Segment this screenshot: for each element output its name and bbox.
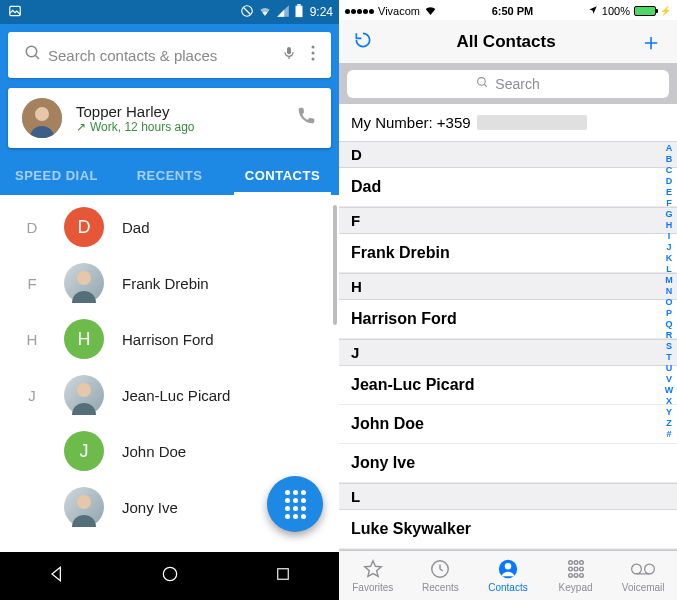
svg-point-7	[312, 52, 315, 55]
scrollbar-thumb[interactable]	[333, 205, 337, 325]
dialpad-fab[interactable]	[267, 476, 323, 532]
android-nav-bar	[0, 552, 339, 600]
tab-recents[interactable]: RECENTS	[113, 156, 226, 195]
contact-row[interactable]: JJohn Doe	[0, 423, 339, 479]
svg-point-6	[312, 46, 315, 49]
index-letter[interactable]: F	[666, 198, 672, 208]
svg-rect-2	[295, 5, 302, 16]
index-letter[interactable]: T	[666, 352, 672, 362]
section-header: D	[339, 141, 677, 168]
index-letter[interactable]: X	[666, 396, 672, 406]
contact-avatar	[64, 375, 104, 415]
index-letter[interactable]: P	[666, 308, 672, 318]
location-icon	[588, 5, 598, 17]
index-letter[interactable]: U	[666, 363, 673, 373]
contact-row[interactable]: Luke Skywalker	[339, 510, 677, 549]
contact-name: Jony Ive	[122, 499, 178, 516]
index-letter[interactable]: I	[668, 231, 671, 241]
person-icon	[497, 558, 519, 580]
index-letter[interactable]: A	[666, 143, 673, 153]
contact-row[interactable]: JJean-Luc Picard	[0, 367, 339, 423]
add-button[interactable]: ＋	[639, 30, 663, 54]
keypad-icon	[565, 558, 587, 580]
svg-point-22	[579, 561, 583, 565]
voicemail-icon	[630, 558, 656, 580]
index-letter[interactable]: V	[666, 374, 672, 384]
alpha-index[interactable]: ABCDEFGHIJKLMNOPQRSTUVWXYZ#	[662, 141, 676, 550]
home-button[interactable]	[160, 564, 180, 588]
search-icon	[476, 76, 489, 92]
svg-point-30	[645, 564, 655, 574]
android-pane: 9:24 Topper Harley ↗ Work, 12 hour	[0, 0, 339, 600]
section-header: J	[339, 339, 677, 366]
more-icon[interactable]	[311, 45, 315, 65]
index-letter[interactable]: E	[666, 187, 672, 197]
my-number-row[interactable]: My Number: +359	[339, 104, 677, 141]
ios-status-bar: Vivacom 6:50 PM 100% ⚡	[339, 0, 677, 20]
contact-row[interactable]: FFrank Drebin	[0, 255, 339, 311]
index-letter[interactable]: N	[666, 286, 673, 296]
svg-point-8	[312, 58, 315, 61]
contact-row[interactable]: Jean-Luc Picard	[339, 366, 677, 405]
tab-voicemail[interactable]: Voicemail	[609, 551, 677, 600]
tab-row: SPEED DIAL RECENTS CONTACTS	[0, 156, 339, 195]
svg-point-29	[632, 564, 642, 574]
contact-avatar	[64, 487, 104, 527]
ios-contact-list[interactable]: DDadFFrank DrebinHHarrison FordJJean-Luc…	[339, 141, 677, 550]
search-icon	[24, 44, 42, 66]
index-letter[interactable]: D	[666, 176, 673, 186]
ios-tab-bar: Favorites Recents Contacts Keypad Voicem…	[339, 550, 677, 600]
tab-contacts[interactable]: Contacts	[474, 551, 542, 600]
search-input[interactable]	[48, 47, 275, 64]
index-letter[interactable]: W	[665, 385, 674, 395]
android-header: Topper Harley ↗ Work, 12 hours ago	[0, 24, 339, 156]
index-letter[interactable]: H	[666, 220, 673, 230]
svg-point-4	[26, 46, 37, 57]
contact-row[interactable]: John Doe	[339, 405, 677, 444]
section-letter: D	[0, 219, 64, 236]
index-letter[interactable]: R	[666, 330, 673, 340]
tab-favorites[interactable]: Favorites	[339, 551, 407, 600]
contact-row[interactable]: Jony Ive	[339, 444, 677, 483]
mic-icon[interactable]	[281, 45, 297, 65]
contact-row[interactable]: DDDad	[0, 199, 339, 255]
phone-icon[interactable]	[295, 105, 317, 131]
contact-row[interactable]: Dad	[339, 168, 677, 207]
index-letter[interactable]: J	[666, 242, 671, 252]
index-letter[interactable]: Z	[666, 418, 672, 428]
svg-point-21	[574, 561, 578, 565]
tab-speed-dial[interactable]: SPEED DIAL	[0, 156, 113, 195]
contact-row[interactable]: Harrison Ford	[339, 300, 677, 339]
tab-contacts[interactable]: CONTACTS	[226, 156, 339, 195]
index-letter[interactable]: B	[666, 154, 673, 164]
ios-search-bar[interactable]: Search	[339, 64, 677, 104]
index-letter[interactable]: Y	[666, 407, 672, 417]
star-icon	[362, 558, 384, 580]
refresh-button[interactable]	[353, 30, 373, 54]
index-letter[interactable]: #	[666, 429, 671, 439]
suggestion-card[interactable]: Topper Harley ↗ Work, 12 hours ago	[8, 88, 331, 148]
svg-point-12	[77, 383, 91, 397]
index-letter[interactable]: C	[666, 165, 673, 175]
search-bar[interactable]	[8, 32, 331, 78]
suggestion-name: Topper Harley	[76, 103, 295, 120]
svg-point-24	[574, 567, 578, 571]
contact-row[interactable]: HHHarrison Ford	[0, 311, 339, 367]
back-button[interactable]	[47, 564, 67, 588]
svg-point-27	[574, 574, 578, 578]
index-letter[interactable]: K	[666, 253, 673, 263]
index-letter[interactable]: O	[665, 297, 672, 307]
tab-recents[interactable]: Recents	[407, 551, 475, 600]
index-letter[interactable]: Q	[665, 319, 672, 329]
index-letter[interactable]: M	[665, 275, 673, 285]
tab-keypad[interactable]: Keypad	[542, 551, 610, 600]
index-letter[interactable]: L	[666, 264, 672, 274]
svg-point-10	[35, 107, 49, 121]
index-letter[interactable]: G	[665, 209, 672, 219]
index-letter[interactable]: S	[666, 341, 672, 351]
contact-row[interactable]: Frank Drebin	[339, 234, 677, 273]
battery-icon	[294, 4, 304, 21]
page-title: All Contacts	[456, 32, 555, 52]
section-letter: J	[0, 387, 64, 404]
recent-apps-button[interactable]	[274, 565, 292, 587]
